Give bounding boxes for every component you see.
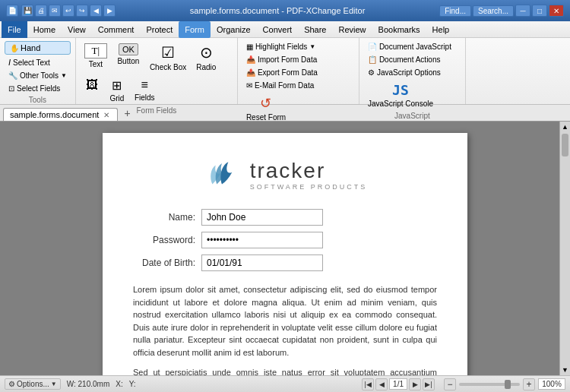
export-form-data-button[interactable]: 📤 Export Form Data — [242, 67, 354, 78]
highlight-fields-arrow: ▼ — [309, 43, 315, 50]
new-tab-button[interactable]: + — [118, 106, 136, 121]
grid-button[interactable]: ⊞ Grid — [106, 76, 128, 105]
hand-icon: ✋ — [10, 44, 19, 52]
javascript-console-row: JS JavaScript Console — [364, 80, 461, 110]
page-navigation: |◀ ◀ 1/1 ▶ ▶| — [362, 378, 435, 390]
email-icon[interactable]: ✉ — [49, 5, 61, 17]
ribbon-group-form-fields: T| Text OK Button ☑ Check Box ⊙ Radio 🖼 … — [76, 38, 238, 104]
select-text-button[interactable]: I Select Text — [5, 56, 71, 68]
back-icon[interactable]: ◀ — [90, 5, 102, 17]
javascript-console-button[interactable]: JS JavaScript Console — [364, 80, 437, 110]
tab-label: sample.forms.document — [10, 110, 99, 119]
options-button[interactable]: ⚙ Options... ▼ — [5, 378, 61, 390]
tab-close-button[interactable]: ✕ — [103, 111, 109, 119]
dob-row: Date of Birth: — [133, 254, 437, 271]
scroll-thumb[interactable] — [562, 134, 568, 156]
last-page-button[interactable]: ▶| — [423, 378, 435, 390]
title-text: sample.forms.document - PDF-XChange Edit… — [116, 6, 439, 15]
find-button[interactable]: Find... — [439, 5, 471, 17]
status-bar: ⚙ Options... ▼ W: 210.0mm X: Y: |◀ ◀ 1/1… — [0, 375, 570, 392]
select-fields-label: Select Fields — [17, 84, 60, 93]
menu-bookmarks[interactable]: Bookmarks — [372, 21, 426, 38]
button-field-label: Button — [117, 57, 139, 65]
zoom-in-button[interactable]: + — [523, 378, 535, 390]
reset-form-label: Reset Form — [246, 113, 286, 122]
reset-form-button[interactable]: ↺ Reset Form — [242, 93, 290, 124]
menu-view[interactable]: View — [62, 21, 92, 38]
menu-help[interactable]: Help — [426, 21, 456, 38]
radio-field-button[interactable]: ⊙ Radio — [192, 41, 220, 74]
options-label: Options... — [17, 380, 49, 388]
menu-organize[interactable]: Organize — [211, 21, 257, 38]
grid-label: Grid — [109, 94, 124, 103]
hand-tool-button[interactable]: ✋ Hand — [5, 41, 71, 55]
select-text-label: Select Text — [13, 58, 50, 67]
document-actions-icon: 📋 — [368, 55, 377, 64]
email-form-data-icon: ✉ — [246, 81, 252, 90]
fields-button[interactable]: ≡ Fields — [131, 76, 159, 104]
save-icon[interactable]: 💾 — [21, 5, 33, 17]
redo-icon[interactable]: ↪ — [76, 5, 88, 17]
minimize-button[interactable]: ─ — [515, 5, 530, 17]
menu-home[interactable]: Home — [27, 21, 62, 38]
maximize-button[interactable]: □ — [532, 5, 547, 17]
name-row: Name: — [133, 209, 437, 226]
form-fields-buttons: T| Text OK Button ☑ Check Box ⊙ Radio 🖼 … — [81, 41, 233, 105]
close-button[interactable]: ✕ — [549, 5, 564, 17]
javascript-options-button[interactable]: ⚙ JavaScript Options — [364, 67, 461, 78]
vertical-scrollbar[interactable]: ▲ ▼ — [559, 122, 570, 375]
image-button[interactable]: 🖼 — [81, 76, 103, 94]
other-tools-button[interactable]: 🔧 Other Tools ▼ — [5, 70, 71, 81]
document-actions-button[interactable]: 📋 Document Actions — [364, 54, 461, 65]
prev-page-button[interactable]: ◀ — [375, 378, 388, 390]
document-javascript-label: Document JavaScript — [379, 43, 451, 51]
password-label: Password: — [133, 235, 201, 245]
menu-review[interactable]: Review — [332, 21, 372, 38]
radio-field-icon: ⊙ — [200, 43, 213, 62]
zoom-level[interactable]: 100% — [538, 378, 565, 390]
text-field-label: Text — [89, 60, 103, 68]
password-input[interactable] — [201, 232, 323, 248]
logo-name: tracker — [250, 159, 368, 183]
next-page-button[interactable]: ▶ — [409, 378, 421, 390]
checkbox-field-label: Check Box — [150, 63, 186, 71]
zoom-slider[interactable] — [459, 383, 520, 386]
dob-label: Date of Birth: — [133, 258, 201, 268]
document-javascript-button[interactable]: 📄 Document JavaScript — [364, 41, 461, 52]
fields-label: Fields — [135, 93, 155, 102]
button-field-button[interactable]: OK Button — [113, 41, 144, 68]
menu-convert[interactable]: Convert — [257, 21, 299, 38]
window-controls: Find... Search... ─ □ ✕ — [439, 5, 564, 17]
document-tab[interactable]: sample.forms.document ✕ — [3, 108, 118, 121]
name-input[interactable] — [201, 209, 323, 226]
email-form-data-button[interactable]: ✉ E-Mail Form Data — [242, 80, 354, 91]
javascript-buttons: 📄 Document JavaScript 📋 Document Actions… — [364, 41, 461, 78]
dob-input[interactable] — [201, 254, 323, 271]
search-button[interactable]: Search... — [473, 5, 514, 17]
checkbox-field-button[interactable]: ☑ Check Box — [146, 41, 190, 74]
undo-icon[interactable]: ↩ — [62, 5, 74, 17]
page-number[interactable]: 1/1 — [389, 378, 407, 390]
ribbon-group-tools: ✋ Hand I Select Text 🔧 Other Tools ▼ ⊡ S… — [0, 38, 76, 104]
dropdown-icon: ▼ — [61, 72, 67, 79]
zoom-handle[interactable] — [505, 380, 511, 389]
import-form-data-button[interactable]: 📥 Import Form Data — [242, 54, 354, 65]
menu-file[interactable]: File — [2, 21, 27, 38]
options-arrow: ▼ — [51, 381, 57, 387]
scroll-down-button[interactable]: ▼ — [560, 365, 570, 375]
zoom-out-button[interactable]: − — [444, 378, 456, 390]
menu-share[interactable]: Share — [298, 21, 332, 38]
highlight-fields-label: Highlight Fields — [255, 43, 307, 51]
print-icon[interactable]: 🖨 — [35, 5, 47, 17]
menu-protect[interactable]: Protect — [140, 21, 179, 38]
options-icon: ⚙ — [8, 380, 15, 388]
menu-comment[interactable]: Comment — [92, 21, 141, 38]
highlight-fields-button[interactable]: ▦ Highlight Fields ▼ — [242, 41, 354, 52]
select-fields-button[interactable]: ⊡ Select Fields — [5, 83, 71, 94]
other-tools-label: Other Tools — [20, 71, 59, 80]
scroll-up-button[interactable]: ▲ — [560, 122, 570, 132]
menu-form[interactable]: Form — [179, 21, 211, 38]
forward-icon[interactable]: ▶ — [103, 5, 116, 17]
first-page-button[interactable]: |◀ — [362, 378, 374, 390]
text-field-button[interactable]: T| Text — [81, 41, 111, 71]
